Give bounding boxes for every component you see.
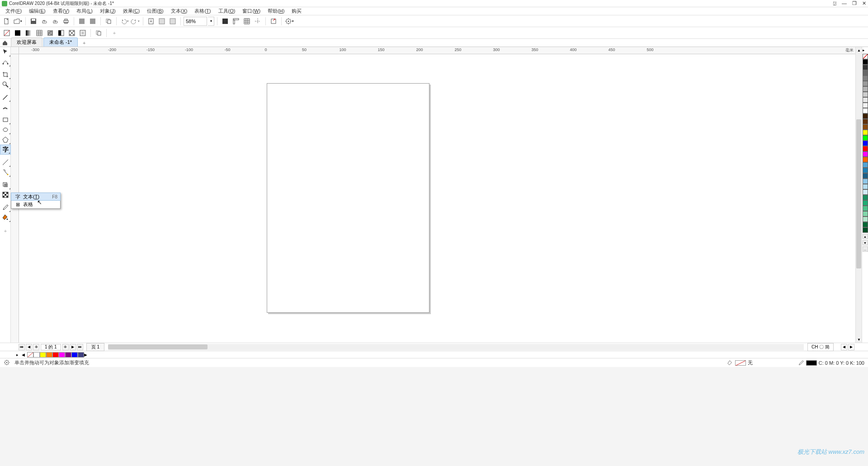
doc-palette-swatch[interactable] [71, 352, 78, 358]
new-button[interactable] [2, 16, 12, 26]
color-swatch[interactable] [863, 157, 868, 162]
color-swatch[interactable] [863, 92, 868, 97]
copy-props-button[interactable] [94, 28, 104, 38]
add-page-before-button[interactable]: ⊕ [33, 344, 39, 350]
save-button[interactable] [28, 16, 38, 26]
doc-palette-swatch[interactable] [59, 352, 65, 358]
publish-pdf-button[interactable] [146, 16, 156, 26]
ruler-horizontal[interactable]: 毫米 -300-250-200-150-100-5005010015020025… [19, 47, 855, 54]
color-swatch[interactable] [863, 119, 868, 124]
first-page-button[interactable]: ⏮ [19, 344, 25, 350]
menu-文本[interactable]: 文本(X) [168, 7, 190, 15]
cloud-down-button[interactable] [50, 16, 60, 26]
doc-palette-swatch[interactable] [40, 352, 46, 358]
menu-编辑[interactable]: 编辑(E) [26, 7, 48, 15]
color-swatch[interactable] [863, 108, 868, 113]
solid-fill-prop[interactable] [13, 28, 23, 38]
color-swatch[interactable] [863, 146, 868, 151]
shape-tool[interactable] [0, 57, 11, 67]
menu-布局[interactable]: 布局(L) [74, 7, 95, 15]
color-swatch[interactable] [863, 168, 868, 173]
text-tool[interactable]: 字 [0, 145, 11, 155]
color-swatch[interactable] [863, 200, 868, 206]
fill-indicator[interactable]: 无 [727, 359, 753, 366]
palette-scroll-button[interactable]: ▲ [863, 234, 868, 239]
fullscreen-button[interactable] [220, 16, 230, 26]
connector-tool[interactable] [0, 167, 11, 177]
menu-帮助[interactable]: 帮助(H) [265, 7, 287, 15]
color-swatch[interactable] [863, 59, 868, 65]
color-swatch[interactable] [863, 141, 868, 146]
scroll-left-button[interactable]: ◀ [841, 344, 847, 350]
color-swatch[interactable] [863, 195, 868, 200]
doc-palette-swatch[interactable] [78, 352, 84, 358]
doc-palette-swatch[interactable] [52, 352, 59, 358]
menu-查看[interactable]: 查看(V) [50, 7, 72, 15]
canvas-viewport[interactable] [19, 54, 855, 343]
no-color-swatch[interactable] [863, 54, 868, 59]
color-swatch[interactable] [863, 189, 868, 195]
transparency-tool[interactable] [0, 190, 11, 200]
status-options-icon[interactable] [4, 359, 10, 367]
color-swatch[interactable] [863, 206, 868, 211]
maximize-icon[interactable]: ❐ [852, 0, 857, 6]
scrollbar-thumb[interactable] [108, 344, 208, 349]
horizontal-scrollbar[interactable] [108, 344, 804, 350]
bitmap-fill-prop[interactable] [67, 28, 77, 38]
page-canvas[interactable] [267, 83, 429, 313]
color-swatch[interactable] [863, 97, 868, 103]
pick-tool[interactable] [0, 47, 11, 57]
doc-palette-no-color[interactable] [27, 352, 33, 358]
pattern-fill-prop[interactable] [34, 28, 44, 38]
color-swatch[interactable] [863, 75, 868, 81]
print-button[interactable] [61, 16, 71, 26]
cloud-up-button[interactable] [39, 16, 49, 26]
color-swatch[interactable] [863, 217, 868, 222]
minimize-icon[interactable]: — [842, 0, 847, 6]
flyout-item-文本[interactable]: 字文本(T)F8 [11, 193, 61, 201]
palette-scroll-button[interactable]: ▼ [863, 240, 868, 245]
two-color-prop[interactable] [56, 28, 66, 38]
color-swatch[interactable] [863, 124, 868, 130]
color-swatch[interactable] [863, 130, 868, 135]
scroll-down-icon[interactable]: ▼ [856, 336, 862, 343]
color-swatch[interactable] [863, 70, 868, 75]
color-swatch[interactable] [863, 81, 868, 86]
show-grid-button[interactable] [242, 16, 252, 26]
tab-add-icon[interactable]: + [80, 39, 88, 47]
color-swatch[interactable] [863, 222, 868, 227]
color-swatch[interactable] [863, 227, 868, 233]
menu-工具[interactable]: 工具(O) [216, 7, 238, 15]
no-fill-prop[interactable] [2, 28, 12, 38]
palette-scroll-button[interactable]: … [863, 246, 868, 252]
color-swatch[interactable] [863, 113, 868, 119]
doc-palette-swatch[interactable] [46, 352, 52, 358]
color-swatch[interactable] [863, 162, 868, 168]
eyedropper-tool[interactable] [0, 202, 11, 212]
color-swatch[interactable] [863, 179, 868, 184]
toolbox-add-button[interactable]: + [0, 226, 11, 236]
texture-fill-prop[interactable] [45, 28, 55, 38]
menu-位图[interactable]: 位图(B) [144, 7, 166, 15]
launch-button[interactable] [269, 16, 278, 26]
add-page-after-button[interactable]: ⊕ [62, 344, 69, 350]
scroll-right-button[interactable]: ▶ [848, 344, 854, 350]
scroll-up-icon[interactable]: ▲ [856, 47, 862, 53]
vertical-scrollbar[interactable]: ▲ ▼ [855, 47, 862, 343]
undo-button[interactable]: ▾ [119, 16, 129, 26]
menu-效果[interactable]: 效果(C) [120, 7, 142, 15]
flyout-item-表格[interactable]: ⊞表格 [11, 200, 60, 208]
menu-表格[interactable]: 表格(T) [192, 7, 213, 15]
show-rulers-button[interactable] [231, 16, 241, 26]
zoom-dropdown-icon[interactable]: ▾ [208, 17, 214, 26]
postscript-fill-prop[interactable] [78, 28, 88, 38]
next-page-button[interactable]: ▶ [70, 344, 76, 350]
open-button[interactable]: ▾ [13, 16, 23, 26]
show-guides-button[interactable] [253, 16, 263, 26]
redo-button[interactable]: ▾ [130, 16, 140, 26]
menu-文件[interactable]: 文件(F) [3, 7, 24, 15]
color-swatch[interactable] [863, 173, 868, 179]
snap-b-button[interactable] [168, 16, 178, 26]
tab-welcome[interactable]: 欢迎屏幕 [11, 38, 42, 47]
menu-对象[interactable]: 对象(J) [97, 7, 118, 15]
